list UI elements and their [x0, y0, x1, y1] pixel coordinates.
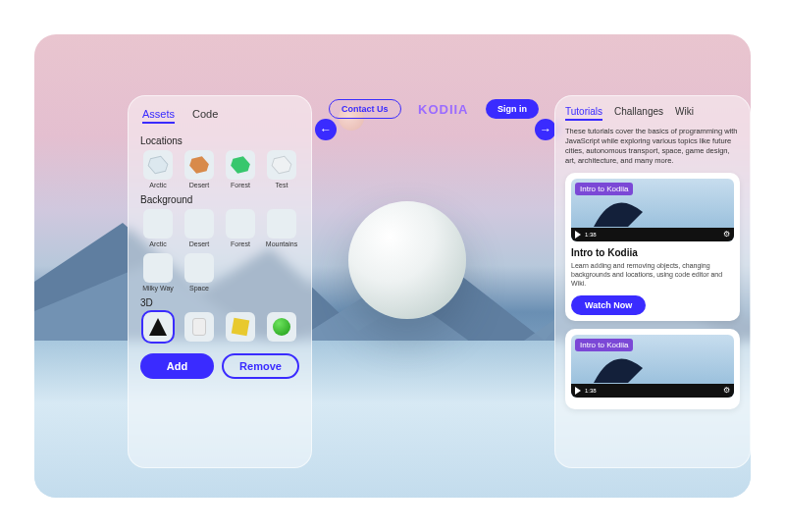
tutorial-thumbnail[interactable]: Intro to Kodiia 1:38 ⚙ [571, 179, 734, 241]
brand-logo: KODIIA [418, 102, 469, 117]
locations-grid: Arctic Desert Forest Test [140, 150, 299, 188]
play-icon [575, 387, 581, 395]
tile-caption: Test [276, 182, 288, 188]
tutorial-thumbnail[interactable]: Intro to Kodiia 1:38 ⚙ [571, 335, 734, 398]
tile-caption: Arctic [149, 182, 167, 188]
svg-marker-0 [146, 153, 169, 176]
video-controls[interactable]: 1:38 ⚙ [571, 384, 734, 398]
card-title: Intro to Kodiia [571, 247, 734, 258]
thumbnail-art [589, 348, 648, 388]
tutorial-card: Intro to Kodiia 1:38 ⚙ Intro to Kodiia L… [565, 173, 740, 321]
contact-us-button[interactable]: Contact Us [329, 99, 401, 119]
background-milky-way[interactable]: Milky Way [140, 253, 176, 292]
video-controls[interactable]: 1:38 ⚙ [571, 228, 734, 241]
video-time: 1:38 [585, 388, 597, 394]
tab-challenges[interactable]: Challanges [614, 106, 663, 121]
settings-icon[interactable]: ⚙ [723, 230, 730, 239]
scene-sphere[interactable] [348, 201, 466, 319]
tile-caption: Mountains [266, 240, 297, 247]
svg-marker-3 [270, 153, 292, 176]
shape-sphere[interactable] [264, 312, 299, 342]
sphere-icon [273, 318, 290, 336]
background-arctic[interactable]: Arctic [140, 209, 176, 247]
tile-caption: Desert [189, 182, 210, 188]
sign-in-button[interactable]: Sign in [486, 99, 539, 119]
tile-caption: Forest [231, 182, 250, 188]
location-forest[interactable]: Forest [223, 150, 258, 188]
thumbnail-art [589, 192, 648, 232]
right-tabs: Tutorials Challanges Wiki [565, 104, 740, 127]
remove-button[interactable]: Remove [222, 353, 299, 379]
section-locations: Locations [140, 135, 299, 146]
tile-caption: Forest [231, 240, 250, 247]
watch-now-button[interactable]: Watch Now [571, 295, 646, 315]
background-forest[interactable]: Forest [223, 209, 258, 247]
location-arctic[interactable]: Arctic [140, 150, 176, 188]
action-buttons: Add Remove [140, 353, 299, 379]
background-desert[interactable]: Desert [182, 209, 217, 247]
section-background: Background [140, 194, 299, 205]
tutorials-panel: Tutorials Challanges Wiki These tutorial… [554, 95, 751, 468]
tile-caption: Arctic [149, 240, 167, 247]
tile-caption: Milky Way [142, 285, 174, 292]
shape-cylinder[interactable] [182, 312, 217, 342]
video-time: 1:38 [585, 232, 597, 238]
shape-cube[interactable] [223, 312, 258, 342]
nav-right-button[interactable]: → [535, 119, 556, 140]
assets-panel: Assets Code Locations Arctic Desert Fore… [128, 95, 312, 468]
background-space[interactable]: Space [182, 253, 217, 292]
background-mountains[interactable]: Mountains [264, 209, 299, 247]
location-test[interactable]: Test [264, 150, 299, 188]
cylinder-icon [192, 318, 206, 336]
tab-assets[interactable]: Assets [142, 108, 175, 124]
tile-caption: Space [189, 285, 209, 292]
shape-cone[interactable] [140, 312, 176, 342]
tutorials-intro: These tutorials cover the basics of prog… [565, 127, 740, 167]
cone-icon [149, 318, 167, 336]
nav-left-button[interactable]: ← [315, 119, 337, 140]
cube-icon [232, 318, 250, 337]
tile-caption: Desert [189, 240, 210, 247]
section-3d: 3D [140, 297, 299, 308]
svg-marker-1 [187, 153, 210, 176]
card-body: Learn adding and removing objects, chang… [571, 261, 734, 289]
app-stage: Contact Us KODIIA Sign in ← → Assets Cod… [34, 34, 751, 498]
tab-wiki[interactable]: Wiki [675, 106, 694, 121]
shapes-grid [140, 312, 299, 342]
tab-tutorials[interactable]: Tutorials [565, 106, 602, 121]
left-tabs: Assets Code [140, 106, 299, 130]
top-bar: Contact Us KODIIA Sign in [329, 97, 539, 121]
tab-code[interactable]: Code [192, 108, 218, 124]
location-desert[interactable]: Desert [182, 150, 217, 188]
backgrounds-grid: Arctic Desert Forest Mountains Milky Way… [140, 209, 299, 292]
play-icon [575, 231, 581, 239]
svg-marker-2 [229, 153, 251, 176]
tutorial-card: Intro to Kodiia 1:38 ⚙ [565, 329, 740, 409]
add-button[interactable]: Add [140, 353, 214, 379]
settings-icon[interactable]: ⚙ [723, 386, 730, 395]
